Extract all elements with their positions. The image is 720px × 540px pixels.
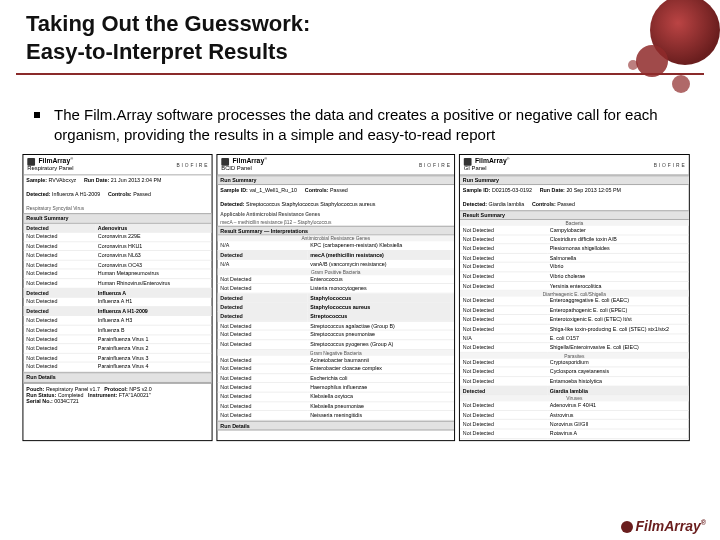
result-table: DetectedAdenovirusNot DetectedCoronaviru… <box>23 223 211 372</box>
table-row: Not DetectedCoronavirus HKU1 <box>23 241 211 250</box>
table-row: Not DetectedListeria monocytogenes <box>217 283 454 292</box>
table-row: Not DetectedNorovirus GI/GII <box>460 419 689 428</box>
table-row: Not DetectedCampylobacter <box>460 225 689 234</box>
table-row: Not DetectedHaemophilus influenzae <box>217 382 454 391</box>
table-row: Not DetectedEnterobacter cloacae complex <box>217 364 454 373</box>
table-row: Not DetectedEnteropathogenic E. coli (EP… <box>460 305 689 314</box>
table-row: Not DetectedNeisseria meningitidis <box>217 410 454 419</box>
report-gi: FilmArray® GI Panel B I O F I R E Run Su… <box>459 154 690 441</box>
table-row: Not DetectedParainfluenza Virus 3 <box>23 353 211 362</box>
slide-title: Taking Out the Guesswork: Easy-to-Interp… <box>26 10 694 65</box>
bullet-text: The Film.Array software processes the da… <box>54 105 680 146</box>
table-row: Not DetectedShiga-like toxin-producing E… <box>460 324 689 333</box>
brand-name: FilmArray <box>232 156 264 163</box>
table-row: DetectedInfluenza A <box>23 288 211 297</box>
table-row: Not DetectedSapovirus <box>460 438 689 441</box>
table-row: Not DetectedInfluenza A H1 <box>23 297 211 306</box>
table-row: Not DetectedParainfluenza Virus 1 <box>23 334 211 343</box>
table-row: Not DetectedEnterococcus <box>217 275 454 284</box>
table-row: N/AKPC (carbapenem-resistant) Klebsiella <box>217 241 454 250</box>
table-row: Not DetectedInfluenza A H3 <box>23 315 211 324</box>
bullet-marker <box>34 112 40 118</box>
brand-icon <box>27 157 35 165</box>
table-row: DetectedInfluenza A H1-2009 <box>23 306 211 315</box>
brand-name: FilmArray <box>475 156 507 163</box>
table-row: Not DetectedEnterotoxigenic E. coli (ETE… <box>460 314 689 323</box>
table-row: Not DetectedHuman Rhinovirus/Enterovirus <box>23 278 211 287</box>
brand-icon <box>221 157 229 165</box>
brand-name: FilmArray <box>38 156 70 163</box>
biofire-logo: B I O F I R E <box>419 161 450 167</box>
table-row: Not DetectedCoronavirus 229E <box>23 232 211 241</box>
run-details-title: Run Details <box>23 372 211 382</box>
table-row: DetectedmecA (methicillin resistance) <box>217 250 454 259</box>
table-row: Not DetectedCyclospora cayetanensis <box>460 367 689 376</box>
table-row: Not DetectedAcinetobacter baumannii <box>217 355 454 364</box>
table-row: DetectedStaphylococcus aureus <box>217 302 454 311</box>
report-header: FilmArray® Respiratory Panel B I O F I R… <box>23 154 211 174</box>
table-row: N/AE. coli O157 <box>460 333 689 342</box>
table-row: Not DetectedEntamoeba histolytica <box>460 376 689 385</box>
table-row: Not DetectedCoronavirus NL63 <box>23 250 211 259</box>
table-row: Not DetectedParainfluenza Virus 2 <box>23 343 211 352</box>
biofire-logo: B I O F I R E <box>176 161 207 167</box>
table-row: Not DetectedAdenovirus F 40/41 <box>460 401 689 410</box>
table-row: DetectedStreptococcus <box>217 311 454 320</box>
report-bcid: FilmArray® BCID Panel B I O F I R E Run … <box>216 154 455 441</box>
table-row: Not DetectedCryptosporidium <box>460 358 689 367</box>
brand-dot-icon <box>621 521 633 533</box>
table-row: Not DetectedEnteroaggregative E. coli (E… <box>460 296 689 305</box>
footer-brand-logo: FilmArray® <box>621 518 706 534</box>
title-line-2: Easy-to-Interpret Results <box>26 39 288 64</box>
slide-header: Taking Out the Guesswork: Easy-to-Interp… <box>0 0 720 69</box>
table-row: Not DetectedHuman Metapneumovirus <box>23 269 211 278</box>
panel-name: BCID Panel <box>221 165 251 171</box>
table-row: Not DetectedKlebsiella pneumoniae <box>217 401 454 410</box>
table-row: Not DetectedPlesiomonas shigelloides <box>460 244 689 253</box>
table-row: DetectedStaphylococcus <box>217 293 454 302</box>
table-row: Not DetectedStreptococcus pneumoniae <box>217 330 454 339</box>
table-row: Not DetectedStreptococcus agalactiae (Gr… <box>217 321 454 330</box>
table-row: Not DetectedStreptococcus pyogenes (Grou… <box>217 339 454 348</box>
report-header: FilmArray® BCID Panel B I O F I R E <box>217 154 454 174</box>
table-row: Not DetectedShigella/Enteroinvasive E. c… <box>460 342 689 351</box>
table-row: Not DetectedInfluenza B <box>23 325 211 334</box>
report-header: FilmArray® GI Panel B I O F I R E <box>460 154 689 174</box>
table-row: Not DetectedAstrovirus <box>460 410 689 419</box>
table-row: Not DetectedCoronavirus OC43 <box>23 260 211 269</box>
report-screenshots-row: FilmArray® Respiratory Panel B I O F I R… <box>11 154 709 441</box>
table-row: Not DetectedParainfluenza Virus 4 <box>23 362 211 371</box>
table-row: Not DetectedVibrio cholerae <box>460 271 689 280</box>
table-row: Not DetectedSalmonella <box>460 253 689 262</box>
table-row: Not DetectedClostridium difficile toxin … <box>460 234 689 243</box>
table-row: Not DetectedRotavirus A <box>460 428 689 437</box>
title-line-1: Taking Out the Guesswork: <box>26 11 310 36</box>
bullet-item: The Film.Array software processes the da… <box>0 75 720 154</box>
report-respiratory: FilmArray® Respiratory Panel B I O F I R… <box>22 154 212 441</box>
table-row: DetectedGiardia lamblia <box>460 385 689 394</box>
brand-icon <box>464 157 472 165</box>
panel-name: Respiratory Panel <box>27 165 73 171</box>
biofire-logo: B I O F I R E <box>654 161 685 167</box>
run-details: Pouch: Respiratory Panel v1.7 Protocol: … <box>23 382 211 406</box>
panel-name: GI Panel <box>464 165 487 171</box>
sample-meta: Sample: RVVAbcxyz Run Date: 21 Jun 2013 … <box>23 175 211 213</box>
table-row: DetectedAdenovirus <box>23 223 211 232</box>
table-row: N/AvanA/B (vancomycin resistance) <box>217 259 454 268</box>
table-row: Not DetectedVibrio <box>460 262 689 271</box>
table-row: Not DetectedYersinia enterocolitica <box>460 281 689 290</box>
table-row: Not DetectedKlebsiella oxytoca <box>217 392 454 401</box>
result-summary-title: Result Summary <box>23 213 211 223</box>
table-row: Not DetectedEscherichia coli <box>217 373 454 382</box>
